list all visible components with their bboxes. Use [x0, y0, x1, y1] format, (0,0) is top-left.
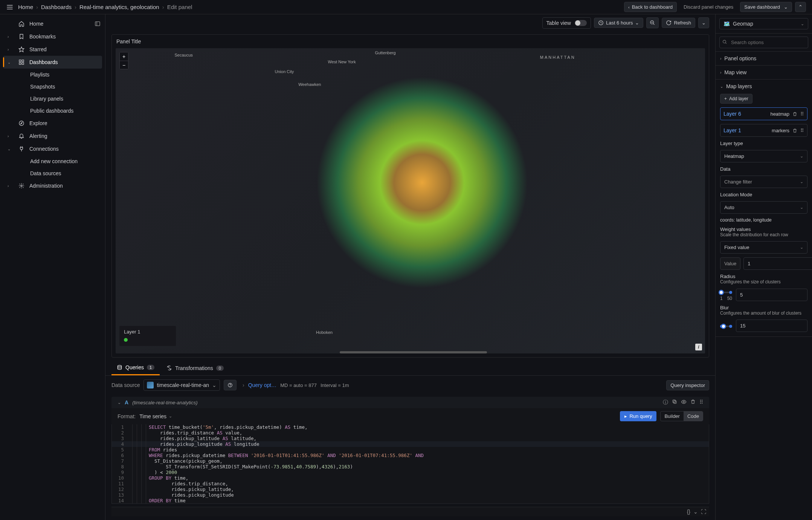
drag-handle-icon[interactable]: ⠿ [800, 128, 804, 133]
blur-input[interactable] [736, 320, 807, 332]
sidebar-item-playlists[interactable]: Playlists [3, 69, 102, 81]
zoom-control: + − [119, 52, 128, 69]
datasource-select[interactable]: timescale-real-time-an [143, 379, 220, 391]
sidebar-item-alerting[interactable]: ›Alerting [3, 130, 102, 142]
refresh-dropdown[interactable]: ⌄ [698, 17, 709, 28]
radius-input[interactable] [736, 289, 807, 301]
compass-icon [18, 120, 25, 127]
plug-icon [18, 145, 25, 152]
blur-slider[interactable] [720, 322, 732, 330]
svg-point-20 [723, 40, 726, 43]
sidebar-item-datasources[interactable]: Data sources [3, 167, 102, 179]
braces-button[interactable]: {} [687, 509, 690, 515]
svg-rect-18 [673, 400, 675, 402]
back-button[interactable]: ‹Back to dashboard [624, 2, 677, 12]
table-view-toggle[interactable]: Table view [542, 17, 591, 29]
layer-type-select[interactable]: Heatmap⌄ [720, 150, 807, 162]
collapse-button[interactable]: ⌃ [795, 2, 806, 12]
sql-editor[interactable]: 1SELECT time_bucket('5m', rides.pickup_d… [111, 424, 709, 504]
chevron-down-icon[interactable]: ⌄ [693, 509, 698, 515]
sidebar-item-bookmarks[interactable]: ›Bookmarks [3, 30, 102, 43]
zoom-out-button[interactable] [646, 17, 659, 28]
sidebar-item-starred[interactable]: ›Starred [3, 43, 102, 56]
section-map-layers[interactable]: ⌄Map layers [716, 80, 812, 93]
location-mode-select[interactable]: Auto⌄ [720, 201, 807, 214]
viz-type-select[interactable]: 🗺️ Geomap ⌄ [719, 18, 808, 29]
zoom-out-button-map[interactable]: − [120, 61, 128, 69]
run-query-button[interactable]: ▸ Run query [620, 411, 656, 421]
section-panel-options[interactable]: ›Panel options [716, 52, 812, 65]
sidebar-item-dashboards[interactable]: ⌄Dashboards [3, 56, 102, 69]
tab-queries[interactable]: Queries 1 [111, 361, 160, 375]
chevron-icon: › [8, 35, 12, 39]
sidebar-item-snapshots[interactable]: Snapshots [3, 81, 102, 93]
svg-point-16 [230, 386, 230, 387]
help-icon[interactable]: ⓘ [663, 399, 668, 406]
weight-select[interactable]: Fixed value⌄ [720, 241, 807, 254]
svg-point-9 [21, 185, 22, 187]
query-row-header[interactable]: ⌄ A (timescale-real-time-analytics) ⓘ ⠿ [111, 397, 709, 408]
chevron-icon: › [8, 47, 12, 52]
coords-info: coords: latitude, longitude [720, 217, 807, 223]
value-input[interactable] [743, 257, 812, 270]
query-desc: (timescale-real-time-analytics) [132, 400, 197, 405]
crumb-page[interactable]: Real-time analytics, geolocation [79, 4, 159, 10]
horizontal-scrollbar[interactable] [340, 351, 487, 353]
drag-handle-icon[interactable]: ⠿ [699, 399, 703, 406]
chevron-down-icon: ⌄ [118, 400, 121, 405]
search-options-input[interactable] [719, 37, 808, 48]
crumb-home[interactable]: Home [18, 4, 33, 10]
drag-handle-icon[interactable]: ⠿ [800, 111, 804, 117]
trash-icon[interactable] [792, 128, 797, 133]
layer-row-6[interactable]: Layer 6 heatmap ⠿ [720, 107, 807, 120]
chevron-down-icon: ⌄ [720, 84, 723, 89]
chevron-icon: › [8, 134, 12, 138]
svg-point-7 [19, 121, 24, 125]
layer-row-1[interactable]: Layer 1 markers ⠿ [720, 124, 807, 137]
sidebar-item-admin[interactable]: ›Administration [3, 179, 102, 192]
save-button[interactable]: Save dashboard⌄ [740, 2, 792, 12]
svg-line-21 [725, 43, 727, 44]
mode-code[interactable]: Code [684, 411, 703, 421]
attribution-button[interactable]: i [695, 344, 702, 350]
radius-slider[interactable] [720, 288, 732, 296]
eye-icon[interactable] [681, 399, 687, 406]
zoom-in-button[interactable]: + [120, 52, 128, 61]
datasource-help-button[interactable] [224, 380, 237, 390]
gear-icon [18, 182, 25, 189]
geomap[interactable]: Guttenberg Secaucus West New York Union … [116, 48, 705, 353]
format-select[interactable]: Time series⌄ [139, 413, 172, 419]
value-label-box: Value [720, 257, 740, 270]
sidebar-item-library[interactable]: Library panels [3, 93, 102, 105]
sidebar-item-explore[interactable]: Explore [3, 117, 102, 130]
clock-icon [598, 20, 604, 26]
discard-button[interactable]: Discard panel changes [680, 2, 737, 12]
mode-builder[interactable]: Builder [661, 411, 683, 421]
postgres-icon [147, 382, 154, 388]
chevron-icon: › [720, 70, 721, 75]
add-layer-button[interactable]: + Add layer [720, 94, 752, 104]
refresh-button[interactable]: Refresh [662, 18, 695, 28]
time-range-button[interactable]: Last 6 hours ⌄ [594, 18, 644, 28]
svg-rect-4 [22, 60, 24, 62]
sidebar-item-public[interactable]: Public dashboards [3, 105, 102, 117]
trash-icon[interactable] [792, 112, 797, 116]
expand-icon[interactable]: ⛶ [701, 509, 706, 515]
map-legend: Layer 1 [119, 326, 176, 346]
svg-point-14 [118, 365, 122, 367]
data-filter-select[interactable]: Change filter⌄ [720, 176, 807, 188]
section-map-view[interactable]: ›Map view [716, 66, 812, 79]
trash-icon[interactable] [690, 399, 696, 406]
chevron-icon: ⌄ [8, 147, 12, 151]
dock-icon[interactable] [90, 18, 105, 30]
tab-transformations[interactable]: Transformations 0 [161, 361, 229, 375]
star-icon [18, 46, 25, 53]
menu-toggle-icon[interactable] [6, 3, 14, 11]
sidebar-item-connections[interactable]: ⌄Connections [3, 142, 102, 155]
query-options-link[interactable]: Query opt… [248, 382, 276, 388]
crumb-dashboards[interactable]: Dashboards [41, 4, 72, 10]
query-inspector-button[interactable]: Query inspector [666, 380, 709, 390]
copy-icon[interactable] [672, 399, 677, 406]
sidebar-item-home[interactable]: Home [3, 17, 87, 30]
sidebar-item-addconn[interactable]: Add new connection [3, 155, 102, 167]
